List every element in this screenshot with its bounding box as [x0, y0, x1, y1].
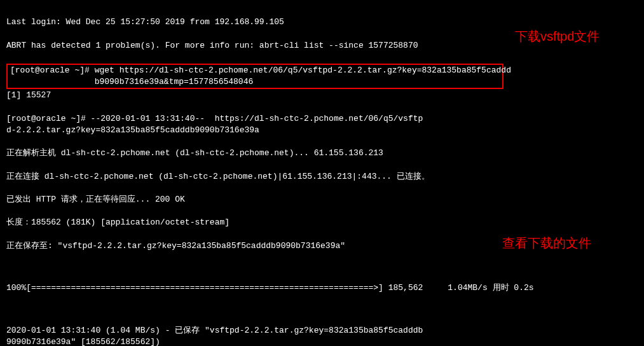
- job-pid: [1] 15527: [6, 90, 638, 101]
- wget-output-5: 长度：185562 (181K) [application/octet-stre…: [6, 217, 638, 228]
- wget-output-1: [root@oracle ~]# --2020-01-01 13:31:40--…: [6, 113, 426, 136]
- wget-output-4: 已发出 HTTP 请求，正在等待回应... 200 OK: [6, 194, 638, 205]
- annotation-view-file: 查看下载的文件: [502, 234, 591, 252]
- terminal-output: Last login: Wed Dec 25 15:27:50 2019 fro…: [0, 0, 644, 346]
- prompt: [root@oracle ~]#: [10, 66, 95, 75]
- last-login-line: Last login: Wed Dec 25 15:27:50 2019 fro…: [6, 17, 638, 28]
- wget-output-2: 正在解析主机 dl-sh-ctc-2.pchome.net (dl-sh-ctc…: [6, 148, 638, 159]
- progress-bar: 100%[===================================…: [6, 282, 638, 294]
- wget-done: 2020-01-01 13:31:40 (1.04 MB/s) - 已保存 "v…: [6, 325, 426, 346]
- wget-command[interactable]: wget https://dl-sh-ctc-2.pchome.net/06/q…: [95, 65, 514, 88]
- wget-command-box: [root@oracle ~]# wget https://dl-sh-ctc-…: [6, 64, 504, 89]
- wget-output-3: 正在连接 dl-sh-ctc-2.pchome.net (dl-sh-ctc-2…: [6, 171, 638, 183]
- annotation-download: 下载vsftpd文件: [515, 27, 599, 45]
